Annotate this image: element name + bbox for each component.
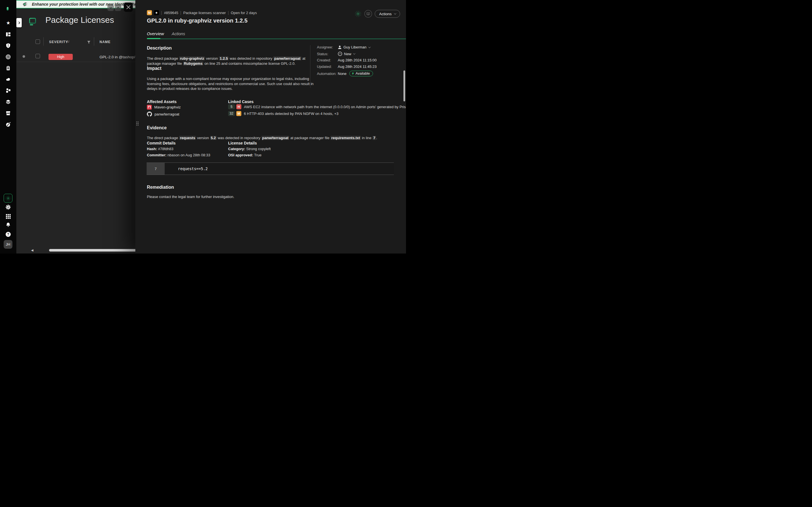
notifications-bell-icon[interactable] <box>6 222 11 227</box>
evidence-code-block: 7 requests==5.2 <box>147 163 394 175</box>
apps-grid-icon[interactable] <box>6 214 11 219</box>
active-tab-indicator <box>147 38 160 39</box>
commit-details-heading: Commit Details <box>147 141 175 145</box>
tab-actions[interactable]: Actions <box>172 32 185 36</box>
code-line: requests==5.2 <box>165 163 394 175</box>
row-checkbox[interactable] <box>36 54 40 58</box>
linked-case-row[interactable]: 32 M 6 HTTP-403 alerts detected by PAN N… <box>228 111 338 116</box>
severity-medium-badge: M <box>236 111 241 116</box>
impact-heading: Impact <box>147 66 161 71</box>
affected-assets-heading: Affected Assets <box>147 100 176 104</box>
sidebar-item-shield-alert-icon[interactable] <box>6 43 11 48</box>
affected-asset-item[interactable]: panw/terragoat <box>147 112 179 117</box>
automation-available-button[interactable]: Available <box>349 71 373 76</box>
row-unread-dot <box>22 55 25 58</box>
meta-assignee: Assignee: Guy Liberman <box>317 45 370 49</box>
assignee-dropdown[interactable]: Guy Liberman <box>338 45 370 49</box>
meta-created: Created: Aug 28th 2024 11:15:00 <box>317 58 377 62</box>
remediation-text: Please contact the legal team for furthe… <box>147 194 234 200</box>
comments-icon[interactable] <box>364 10 372 18</box>
orca-logo <box>2 4 10 13</box>
expand-panel-button[interactable] <box>16 18 22 27</box>
sidebar-item-storefront-icon[interactable] <box>6 111 11 116</box>
sidebar-item-clipboard-icon[interactable] <box>6 66 11 71</box>
settings-gear-icon[interactable] <box>6 205 11 210</box>
filter-funnel-icon[interactable] <box>87 40 91 45</box>
vertical-scrollbar[interactable] <box>403 70 405 101</box>
license-osi: OSI approved: True <box>228 153 261 157</box>
star-toggle[interactable]: ★ <box>154 10 159 15</box>
next-item-button[interactable] <box>107 4 114 11</box>
help-icon[interactable]: ? <box>6 232 11 237</box>
impact-text: Using a package with a non-compliant lic… <box>147 76 314 91</box>
actions-button[interactable]: Actions <box>375 10 400 18</box>
linked-case-row[interactable]: 5 H AWS EC2 instance with network path f… <box>228 104 406 109</box>
meta-automation: Automation: None Available <box>317 71 373 76</box>
drawer-drag-handle[interactable] <box>136 121 139 127</box>
description-heading: Description <box>147 46 172 51</box>
finding-id: #859645 <box>164 11 179 15</box>
status-new-icon <box>338 52 342 56</box>
app-root: ★ <box>0 0 406 253</box>
column-divider <box>43 37 44 46</box>
case-title: AWS EC2 instance with network path from … <box>244 105 406 109</box>
case-count-badge: 5 <box>228 104 235 109</box>
sidebar-item-gauge-icon[interactable] <box>6 122 11 127</box>
finding-title: GPL2.0 in ruby-graphviz version 1.2.5 <box>147 17 248 24</box>
case-title: 6 HTTP-403 alerts detected by PAN NGFW o… <box>244 112 338 116</box>
scanner-name: Package licenses scanner <box>183 11 226 15</box>
severity-medium-badge: M <box>147 10 152 15</box>
close-drawer-button[interactable] <box>124 3 133 12</box>
scroll-left-arrow[interactable]: ◀ <box>31 248 33 252</box>
sort-icon[interactable]: ↓↑ <box>67 40 69 43</box>
lightning-icon <box>352 72 354 75</box>
sidebar-item-layers-icon[interactable] <box>6 100 11 105</box>
ai-assistant-icon[interactable] <box>354 10 362 17</box>
affected-asset-item[interactable]: Maven-graphviz <box>147 105 181 110</box>
commit-committer: Committer: nbason on Aug 28th 08:33 <box>147 153 210 157</box>
sidebar-nav: ★ <box>0 20 16 127</box>
sidebar-item-target-icon[interactable] <box>6 54 11 59</box>
chevron-down-icon <box>353 52 355 54</box>
chevron-down-icon <box>394 12 396 14</box>
user-avatar[interactable]: JH <box>4 240 12 249</box>
sidebar-item-ai-assistant[interactable] <box>4 194 12 203</box>
column-divider <box>94 37 94 46</box>
horizontal-scrollbar[interactable] <box>49 249 137 251</box>
meta-updated: Updated: Aug 28th 2024 11:45:23 <box>317 64 377 69</box>
evidence-text: The direct package requests version 5.2 … <box>147 135 377 140</box>
sidebar-item-blocks-icon[interactable] <box>6 88 11 93</box>
license-details-heading: License Details <box>228 141 257 145</box>
linked-cases-heading: Linked Cases <box>228 100 253 104</box>
sidebar-item-dashboard-icon[interactable] <box>6 32 11 37</box>
remediation-heading: Remediation <box>147 185 174 190</box>
status-dropdown[interactable]: New <box>338 52 355 56</box>
column-header-name[interactable]: NAME <box>100 40 110 44</box>
column-header-severity[interactable]: SEVERITY <box>49 40 68 44</box>
evidence-heading: Evidence <box>147 125 167 130</box>
description-text: The direct package ruby-graphviz version… <box>147 56 316 66</box>
banner-text: Enhance your protection level with our n… <box>32 2 151 6</box>
case-count-badge: 32 <box>228 111 235 116</box>
drawer-toolbar: Actions <box>354 10 400 18</box>
severity-badge: High <box>49 54 73 60</box>
severity-high-badge: H <box>236 104 241 109</box>
sidebar: ★ <box>0 0 16 253</box>
megaphone-icon <box>23 2 28 7</box>
tab-overview[interactable]: Overview <box>147 32 164 36</box>
row-name: GPL-2.0 in @tashop/c <box>100 55 137 59</box>
package-licenses-icon <box>29 18 36 27</box>
meta-status: Status: New <box>317 52 355 56</box>
select-all-checkbox[interactable] <box>36 40 40 44</box>
tab-underline <box>147 39 406 39</box>
sidebar-item-cloud-icon[interactable] <box>6 77 11 82</box>
github-icon <box>147 112 152 117</box>
previous-item-button[interactable] <box>115 4 121 11</box>
sidebar-item-favorites-icon[interactable]: ★ <box>6 20 11 25</box>
code-line-number: 7 <box>147 163 165 175</box>
chevron-down-icon <box>368 46 370 48</box>
page-title: Package Licenses <box>45 15 114 25</box>
commit-hash: Hash: #78fdh83 <box>147 147 173 151</box>
finding-detail-drawer: M ★ | #859645 | Package licenses scanner… <box>135 0 406 253</box>
finding-age: Open for 2 days <box>231 11 257 15</box>
